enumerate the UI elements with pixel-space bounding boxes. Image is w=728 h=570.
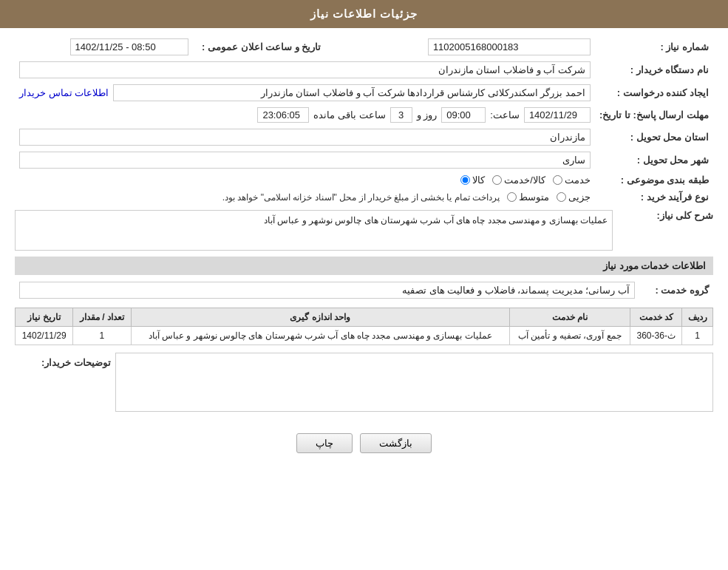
- group-label: گروه خدمت :: [639, 279, 713, 302]
- radio-goods-label: کالا: [472, 174, 485, 186]
- category-radio-group: خدمت کالا/خدمت کالا: [19, 174, 591, 186]
- services-table: ردیف کد خدمت نام خدمت واحد اندازه گیری ت…: [15, 308, 713, 345]
- city-label: شهر محل تحویل :: [595, 149, 713, 172]
- category-radio-goods-service[interactable]: کالا/خدمت: [492, 174, 545, 186]
- radio-goods-input[interactable]: [460, 175, 470, 185]
- buyer-desc-label: توضیحات خریدار:: [15, 353, 111, 368]
- col-row: ردیف: [682, 308, 713, 327]
- radio-service-input[interactable]: [553, 175, 562, 185]
- need-desc-label: شرح کلی نیاز:: [617, 210, 713, 221]
- print-button[interactable]: چاپ: [296, 433, 353, 453]
- radio-partial-input[interactable]: [557, 192, 566, 202]
- response-day-label: روز و: [417, 109, 438, 121]
- radio-goods-service-input[interactable]: [492, 175, 502, 185]
- response-date-label: مهلت ارسال پاسخ: تا تاریخ:: [595, 104, 713, 126]
- col-unit: واحد اندازه گیری: [131, 308, 509, 327]
- col-name: نام خدمت: [509, 308, 630, 327]
- buyer-org-value: شرکت آب و فاضلاب استان مازندران: [15, 58, 595, 81]
- services-section-title: اطلاعات خدمات مورد نیاز: [15, 257, 713, 275]
- contact-link[interactable]: اطلاعات تماس خریدار: [19, 87, 109, 98]
- header-title: جزئیات اطلاعات نیاز: [310, 7, 418, 20]
- response-time-label: ساعت:: [490, 109, 520, 121]
- back-button[interactable]: بازگشت: [360, 433, 432, 453]
- requester-label: ایجاد کننده درخواست :: [595, 81, 713, 104]
- announcement-value: 1402/11/25 - 08:50: [15, 35, 193, 58]
- col-code: کد خدمت: [630, 308, 682, 327]
- remaining-label: ساعت باقی مانده: [313, 109, 385, 121]
- buyer-org-label: نام دستگاه خریدار :: [595, 58, 713, 81]
- need-number-value: 1102005168000183: [356, 35, 595, 58]
- group-value: آب رسانی؛ مدیریت پسماند، فاضلاب و فعالیت…: [15, 279, 639, 302]
- category-radio-service[interactable]: خدمت: [553, 174, 591, 186]
- need-desc-value: عملیات بهسازی و مهندسی مجدد چاه های آب ش…: [15, 210, 613, 251]
- buyer-desc-textarea[interactable]: [115, 353, 713, 412]
- process-radio-partial[interactable]: جزیی: [557, 191, 591, 203]
- process-desc: پرداخت تمام یا بخشی از مبلغ خریدار از مح…: [222, 192, 500, 203]
- page-header: جزئیات اطلاعات نیاز: [0, 0, 728, 28]
- process-type-label: نوع فرآیند خرید :: [595, 189, 713, 206]
- requester-value: احمد بزرگر اسکندرکلائی کارشناس قراردادها…: [15, 81, 595, 104]
- category-radio-goods[interactable]: کالا: [460, 174, 485, 186]
- province-value: مازندران: [15, 126, 595, 149]
- col-date: تاریخ نیاز: [16, 308, 73, 327]
- announcement-label: تاریخ و ساعت اعلان عمومی :: [193, 35, 326, 58]
- process-partial-label: جزیی: [568, 191, 591, 203]
- response-time-value: 09:00: [441, 107, 486, 123]
- process-medium-label: متوسط: [519, 191, 549, 203]
- radio-medium-input[interactable]: [507, 192, 517, 202]
- category-label: طبقه بندی موضوعی :: [595, 172, 713, 189]
- col-qty: تعداد / مقدار: [73, 308, 131, 327]
- button-row: بازگشت چاپ: [15, 433, 713, 453]
- radio-goods-service-label: کالا/خدمت: [504, 174, 545, 186]
- province-label: استان محل تحویل :: [595, 126, 713, 149]
- table-row: 1ث-36-360جمع آوری، تصفیه و تأمین آبعملیا…: [16, 327, 713, 345]
- radio-service-label: خدمت: [565, 174, 591, 186]
- process-radio-medium[interactable]: متوسط: [507, 191, 549, 203]
- response-day-value: 3: [390, 107, 412, 123]
- city-value: ساری: [15, 149, 595, 172]
- need-number-label: شماره نیاز :: [595, 35, 713, 58]
- response-date-value: 1402/11/29: [524, 107, 591, 123]
- remaining-time-value: 23:06:05: [257, 107, 309, 123]
